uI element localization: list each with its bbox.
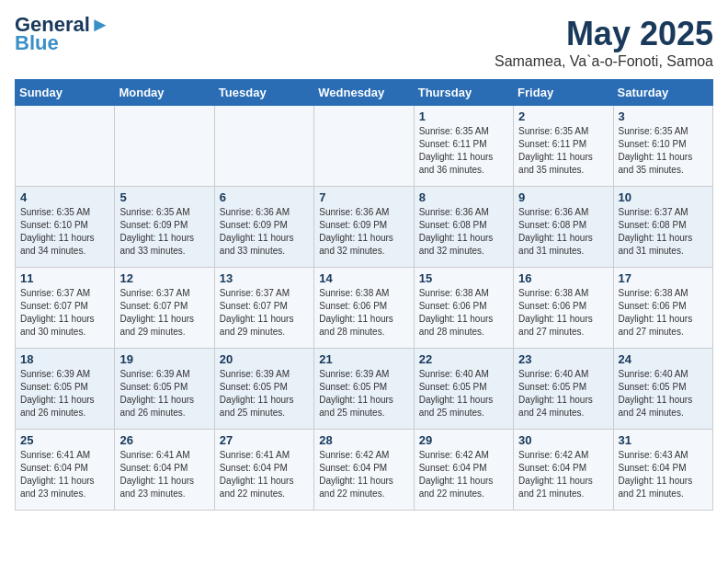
day-number: 18 [20, 352, 109, 366]
logo: General► Blue [15, 15, 110, 55]
day-info: Sunrise: 6:37 AM Sunset: 6:08 PM Dayligh… [619, 206, 708, 258]
day-info: Sunrise: 6:40 AM Sunset: 6:05 PM Dayligh… [619, 368, 708, 419]
day-info: Sunrise: 6:38 AM Sunset: 6:06 PM Dayligh… [518, 287, 608, 339]
calendar-cell: 31Sunrise: 6:43 AM Sunset: 6:04 PM Dayli… [613, 430, 712, 511]
day-number: 24 [619, 352, 708, 366]
day-number: 22 [419, 352, 508, 366]
day-info: Sunrise: 6:36 AM Sunset: 6:08 PM Dayligh… [518, 206, 608, 258]
day-info: Sunrise: 6:38 AM Sunset: 6:06 PM Dayligh… [319, 287, 408, 339]
calendar-cell: 5Sunrise: 6:35 AM Sunset: 6:09 PM Daylig… [115, 187, 214, 268]
day-number: 31 [619, 433, 708, 447]
header-row: Sunday Monday Tuesday Wednesday Thursday… [16, 80, 713, 106]
day-number: 1 [419, 109, 508, 123]
calendar-cell: 2Sunrise: 6:35 AM Sunset: 6:11 PM Daylig… [514, 106, 613, 187]
calendar-cell: 24Sunrise: 6:40 AM Sunset: 6:05 PM Dayli… [613, 349, 712, 430]
calendar-cell: 11Sunrise: 6:37 AM Sunset: 6:07 PM Dayli… [16, 268, 115, 349]
day-number: 19 [119, 352, 209, 366]
calendar-cell: 6Sunrise: 6:36 AM Sunset: 6:09 PM Daylig… [214, 187, 313, 268]
header-monday: Monday [115, 80, 214, 106]
day-info: Sunrise: 6:42 AM Sunset: 6:04 PM Dayligh… [419, 449, 508, 500]
calendar-cell: 27Sunrise: 6:41 AM Sunset: 6:04 PM Dayli… [214, 430, 313, 511]
calendar-cell: 30Sunrise: 6:42 AM Sunset: 6:04 PM Dayli… [514, 430, 613, 511]
calendar-cell: 1Sunrise: 6:35 AM Sunset: 6:11 PM Daylig… [414, 106, 513, 187]
day-number: 6 [220, 190, 309, 204]
day-number: 15 [419, 271, 508, 285]
calendar-week-5: 25Sunrise: 6:41 AM Sunset: 6:04 PM Dayli… [16, 430, 713, 511]
day-info: Sunrise: 6:36 AM Sunset: 6:09 PM Dayligh… [220, 206, 309, 258]
day-number: 20 [220, 352, 309, 366]
calendar-week-4: 18Sunrise: 6:39 AM Sunset: 6:05 PM Dayli… [16, 349, 713, 430]
day-number: 4 [20, 190, 109, 204]
day-info: Sunrise: 6:36 AM Sunset: 6:08 PM Dayligh… [419, 206, 508, 258]
header-thursday: Thursday [414, 80, 513, 106]
day-info: Sunrise: 6:37 AM Sunset: 6:07 PM Dayligh… [20, 287, 109, 339]
day-info: Sunrise: 6:35 AM Sunset: 6:11 PM Dayligh… [518, 125, 608, 177]
calendar-body: 1Sunrise: 6:35 AM Sunset: 6:11 PM Daylig… [16, 106, 713, 511]
day-number: 29 [419, 433, 508, 447]
calendar-cell: 13Sunrise: 6:37 AM Sunset: 6:07 PM Dayli… [214, 268, 313, 349]
day-info: Sunrise: 6:37 AM Sunset: 6:07 PM Dayligh… [220, 287, 309, 339]
day-number: 13 [220, 271, 309, 285]
day-number: 11 [20, 271, 109, 285]
day-info: Sunrise: 6:42 AM Sunset: 6:04 PM Dayligh… [518, 449, 608, 500]
day-number: 21 [319, 352, 408, 366]
day-number: 5 [119, 190, 209, 204]
calendar-cell: 4Sunrise: 6:35 AM Sunset: 6:10 PM Daylig… [16, 187, 115, 268]
header-tuesday: Tuesday [214, 80, 313, 106]
day-number: 2 [518, 109, 608, 123]
calendar-cell [16, 106, 115, 187]
day-number: 14 [319, 271, 408, 285]
day-number: 8 [419, 190, 508, 204]
calendar-cell: 10Sunrise: 6:37 AM Sunset: 6:08 PM Dayli… [613, 187, 712, 268]
header-friday: Friday [514, 80, 613, 106]
calendar-cell: 29Sunrise: 6:42 AM Sunset: 6:04 PM Dayli… [414, 430, 513, 511]
calendar-week-1: 1Sunrise: 6:35 AM Sunset: 6:11 PM Daylig… [16, 106, 713, 187]
day-number: 3 [619, 109, 708, 123]
day-info: Sunrise: 6:41 AM Sunset: 6:04 PM Dayligh… [20, 449, 109, 500]
calendar-cell: 18Sunrise: 6:39 AM Sunset: 6:05 PM Dayli… [16, 349, 115, 430]
calendar-table: Sunday Monday Tuesday Wednesday Thursday… [15, 79, 713, 511]
day-number: 10 [619, 190, 708, 204]
day-number: 17 [619, 271, 708, 285]
calendar-week-3: 11Sunrise: 6:37 AM Sunset: 6:07 PM Dayli… [16, 268, 713, 349]
calendar-cell: 14Sunrise: 6:38 AM Sunset: 6:06 PM Dayli… [314, 268, 414, 349]
header-sunday: Sunday [16, 80, 115, 106]
calendar-cell: 23Sunrise: 6:40 AM Sunset: 6:05 PM Dayli… [514, 349, 613, 430]
calendar-cell: 21Sunrise: 6:39 AM Sunset: 6:05 PM Dayli… [314, 349, 414, 430]
calendar-cell: 12Sunrise: 6:37 AM Sunset: 6:07 PM Dayli… [115, 268, 214, 349]
header-saturday: Saturday [613, 80, 712, 106]
day-number: 12 [119, 271, 209, 285]
calendar-cell: 25Sunrise: 6:41 AM Sunset: 6:04 PM Dayli… [16, 430, 115, 511]
calendar-subtitle: Samamea, Va`a-o-Fonoti, Samoa [495, 53, 713, 70]
day-number: 27 [220, 433, 309, 447]
day-info: Sunrise: 6:37 AM Sunset: 6:07 PM Dayligh… [119, 287, 209, 339]
calendar-cell: 19Sunrise: 6:39 AM Sunset: 6:05 PM Dayli… [115, 349, 214, 430]
calendar-cell: 8Sunrise: 6:36 AM Sunset: 6:08 PM Daylig… [414, 187, 513, 268]
calendar-cell: 15Sunrise: 6:38 AM Sunset: 6:06 PM Dayli… [414, 268, 513, 349]
day-info: Sunrise: 6:39 AM Sunset: 6:05 PM Dayligh… [220, 368, 309, 419]
day-info: Sunrise: 6:39 AM Sunset: 6:05 PM Dayligh… [119, 368, 209, 419]
day-info: Sunrise: 6:35 AM Sunset: 6:09 PM Dayligh… [119, 206, 209, 258]
calendar-cell [214, 106, 313, 187]
calendar-cell: 28Sunrise: 6:42 AM Sunset: 6:04 PM Dayli… [314, 430, 414, 511]
day-info: Sunrise: 6:43 AM Sunset: 6:04 PM Dayligh… [619, 449, 708, 500]
day-number: 9 [518, 190, 608, 204]
day-info: Sunrise: 6:40 AM Sunset: 6:05 PM Dayligh… [518, 368, 608, 419]
header: General► Blue May 2025 Samamea, Va`a-o-F… [15, 15, 713, 70]
day-info: Sunrise: 6:41 AM Sunset: 6:04 PM Dayligh… [220, 449, 309, 500]
day-info: Sunrise: 6:39 AM Sunset: 6:05 PM Dayligh… [20, 368, 109, 419]
calendar-cell: 9Sunrise: 6:36 AM Sunset: 6:08 PM Daylig… [514, 187, 613, 268]
calendar-header: Sunday Monday Tuesday Wednesday Thursday… [16, 80, 713, 106]
logo-blue: Blue [15, 31, 59, 55]
day-number: 23 [518, 352, 608, 366]
day-info: Sunrise: 6:35 AM Sunset: 6:10 PM Dayligh… [619, 125, 708, 177]
day-info: Sunrise: 6:38 AM Sunset: 6:06 PM Dayligh… [619, 287, 708, 339]
calendar-cell: 7Sunrise: 6:36 AM Sunset: 6:09 PM Daylig… [314, 187, 414, 268]
calendar-cell: 3Sunrise: 6:35 AM Sunset: 6:10 PM Daylig… [613, 106, 712, 187]
day-info: Sunrise: 6:38 AM Sunset: 6:06 PM Dayligh… [419, 287, 508, 339]
calendar-week-2: 4Sunrise: 6:35 AM Sunset: 6:10 PM Daylig… [16, 187, 713, 268]
day-number: 26 [119, 433, 209, 447]
calendar-cell: 16Sunrise: 6:38 AM Sunset: 6:06 PM Dayli… [514, 268, 613, 349]
day-info: Sunrise: 6:39 AM Sunset: 6:05 PM Dayligh… [319, 368, 408, 419]
calendar-title: May 2025 [495, 15, 713, 53]
